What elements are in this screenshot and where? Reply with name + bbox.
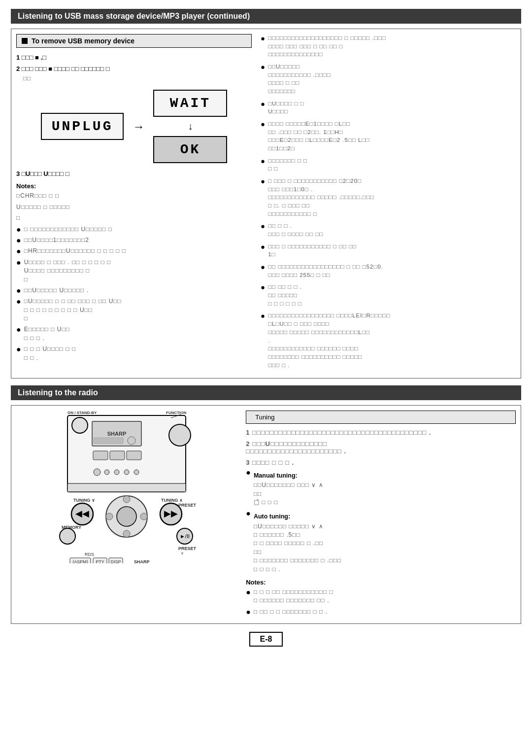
note-text-3: U□□□□ □ □□□ . □□ □ □ □ □ □ U□□□□ □□□□□□□… [24,258,111,284]
step-1: 1 □□□ ■ .□ [16,54,252,61]
page-number: E-8 [249,632,283,647]
right-bullet-icon-6: ● [261,222,265,230]
svg-text:▶▶: ▶▶ [164,509,178,518]
auto-tuning-label: Auto tuning: [254,512,341,521]
usb-remove-box: To remove USB memory device [16,34,252,48]
right-text-4: □□□□□□□ □ □ □ □ [268,157,307,173]
radio-left-col: SHARP ON / STAND-BY FUNCTION [16,411,237,619]
svg-point-16 [124,470,129,475]
right-text-1: □□U□□□□□ □□□□□□□□□□□ .□□□□ □□□□ □ □□ □□□… [268,63,331,96]
svg-text:FUNCTION: FUNCTION [166,411,187,415]
bullet-icon-7: ● [16,345,21,353]
tuning-step-2: 2 □□□U□□□□□□□□□□□□□ □□□□□□□□□□□□□□□□□□□□… [246,440,516,455]
radio-note-bullet-0: ● [246,588,251,596]
right-bullet-9: ● □□ □□ □ □ . □□ □□□□□ □ □ □ □ □ □ [261,283,516,308]
notes-intro3: □ [16,214,252,222]
note-item-2: ● □HR□□□□□□□U□□□□□□ □ □ □ □ □ [16,247,252,255]
page-number-area: E-8 [11,632,521,647]
right-bullet-1: ● □□U□□□□□ □□□□□□□□□□□ .□□□□ □□□□ □ □□ □… [261,63,516,96]
right-bullet-icon-0: ● [261,34,265,42]
tuning-step-1: 1 □□□□□□□□□□□□□□□□□□□□□□□□□□□□□□□□□□□□□□… [246,429,516,436]
manual-tuning-item: ● Manual tuning: □□U□□□□□□□ □□□ ∨ ∧ □□ □… [246,468,516,507]
radio-note-1: ● □ □□ □ □ □□□□□□□ □ □ . [246,608,516,616]
svg-point-28 [140,513,147,520]
auto-tuning-block: Auto tuning: □U□□□□□□ □□□□□ ∨ ∧ □ □□□□□□… [254,509,341,573]
arrow-down-icon: ↓ [188,121,193,132]
square-icon [22,38,28,44]
svg-text:TUNING ∧: TUNING ∧ [161,498,183,503]
note-text-4: □□U□□□□□ U□□□□□ . [24,286,89,295]
svg-text:DISP: DISP [111,559,121,563]
bullet-icon-0: ● [16,226,21,234]
radio-note-text-1: □ □□ □ □ □□□□□□□ □ □ . [254,608,328,616]
right-bullet-4: ● □□□□□□□ □ □ □ □ [261,157,516,173]
right-text-0: □□□□□□□□□□□□□□□□□□□ □ □□□□□ .□□□ □□□□ □□… [268,34,386,59]
radio-notes-label: Notes: [246,579,516,586]
svg-rect-12 [127,451,141,460]
auto-tuning-item: ● Auto tuning: □U□□□□□□ □□□□□ ∨ ∧ □ □□□□… [246,509,516,573]
manual-tuning-block: Manual tuning: □□U□□□□□□□ □□□ ∨ ∧ □□ □̂ … [254,468,324,507]
note-item-4: ● □□U□□□□□ U□□□□□ . [16,286,252,295]
svg-text:PTY: PTY [96,559,104,563]
note-text-2: □HR□□□□□□□U□□□□□□ □ □ □ □ □ [24,247,126,255]
radio-note-bullet-1: ● [246,608,251,616]
right-text-8: □□ □□□□□□□□□□□□□□□□□ □ □□ □52□0. □□□ □□□… [268,263,383,279]
svg-text:TUNING ∨: TUNING ∨ [73,498,95,503]
right-bullet-icon-8: ● [261,263,265,271]
svg-text:(ASPM): (ASPM) [72,559,88,563]
manual-tuning-text: □□U□□□□□□□ □□□ ∨ ∧ □□ [254,481,324,498]
top-section-header: Listening to USB mass storage device/MP3… [11,9,521,24]
right-text-3: □□□□ □□□□□E□1□□□□ □L□□ □□ .□□□ □□ □2□□. … [268,120,369,153]
right-text-6: □□ □ □ . □□□ □ □□□□ □□ □□ [268,222,323,238]
bullet-icon-6: ● [16,326,21,334]
svg-point-15 [114,470,119,475]
svg-text:RDS: RDS [85,552,94,557]
svg-rect-11 [110,451,125,460]
radio-note-text-0: □ □ □ □□ □□□□□□□□□□□ □ □ □□□□□□ □□□□□□□ … [254,588,333,605]
svg-point-5 [72,417,88,433]
svg-point-17 [134,470,139,475]
note-text-6: E□□□□□ □ U□□ □ □ □ . [24,325,70,343]
note-item-7: ● □ □ □ U□□□□ □ □ □ □ . [16,345,252,362]
svg-point-4 [128,437,135,445]
device-diagram-svg: SHARP ON / STAND-BY FUNCTION [53,411,200,563]
lcd-unplug: UNPLUG [41,113,124,140]
bullet-icon-2: ● [16,247,21,255]
arrow-right-icon: → [133,120,144,134]
right-text-9: □□ □□ □ □ . □□ □□□□□ □ □ □ □ □ □ [268,283,302,308]
lcd-display-row: UNPLUG → WAIT ↓ OK [16,90,252,163]
radio-section-header: Listening to the radio [11,385,521,400]
manual-tuning-label: Manual tuning: [254,471,324,480]
right-bullet-2: ● □U□□□□ □ □ U□□□□ [261,100,516,116]
svg-point-14 [104,470,109,475]
notes-intro2: U□□□□□ □ □□□□□ [16,203,252,211]
right-bullet-7: ● □□□ □ □□□□□□□□□□□ □ □□ □□ 1□ [261,242,516,259]
right-bullet-8: ● □□ □□□□□□□□□□□□□□□□□ □ □□ □52□0. □□□ □… [261,263,516,279]
svg-text:SHARP: SHARP [107,431,127,437]
right-bullet-icon-2: ● [261,100,265,107]
lcd-ok: OK [153,136,227,163]
svg-point-26 [117,507,136,526]
radio-section-box: SHARP ON / STAND-BY FUNCTION [11,405,521,624]
svg-text:SHARP: SHARP [134,559,150,563]
right-bullet-icon-3: ● [261,120,265,128]
svg-point-32 [60,528,75,544]
manual-bullet: ● [246,469,251,477]
step-3: 3 □U□□□ U□□□□ □ [16,170,252,177]
bullet-icon-4: ● [16,287,21,295]
svg-point-30 [123,530,130,537]
note-text-5: □U□□□□□ □ □ □□ □□□ □ □□ U□□ □ □ □ □ □ □ … [24,297,122,323]
svg-text:∨: ∨ [181,551,184,555]
note-item-5: ● □U□□□□□ □ □ □□ □□□ □ □□ U□□ □ □ □ □ □ … [16,297,252,323]
right-bullet-3: ● □□□□ □□□□□E□1□□□□ □L□□ □□ .□□□ □□ □2□□… [261,120,516,153]
tuning-title: Tuning [255,413,274,421]
right-text-10: □□□□□□□□□□□□□□□□□ □□□□LEI□R□□□□□ □L□U□□ … [268,311,390,369]
right-text-7: □□□ □ □□□□□□□□□□□ □ □□ □□ 1□ [268,242,357,259]
right-bullet-5: ● □ □□□ □ □□□□□□□□□□□ □2□20□ □□□ □□□1□0□… [261,177,516,218]
svg-text:◀◀: ◀◀ [75,509,89,518]
radio-right-col: Tuning 1 □□□□□□□□□□□□□□□□□□□□□□□□□□□□□□□… [246,411,516,619]
right-bullet-icon-1: ● [261,63,265,70]
auto-bullet: ● [246,510,251,517]
notes-intro: □CHR□□□ □ □ [16,192,252,200]
manual-tuning-detail: □̂ □ □ □ [254,498,324,507]
